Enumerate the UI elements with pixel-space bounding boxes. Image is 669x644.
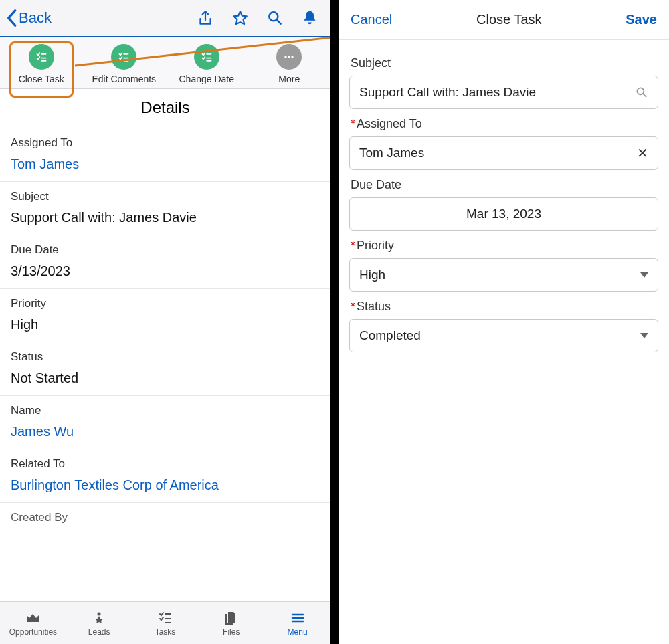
person-star-icon [91,610,107,626]
priority-value: High [359,267,385,282]
left-header: Back [0,0,330,37]
checklist-icon [194,44,219,70]
subject-input[interactable]: Support Call with: James Davie [349,76,658,109]
svg-point-2 [288,56,290,58]
field-label: Priority [11,297,320,310]
back-button[interactable]: Back [5,9,52,27]
back-label: Back [19,9,52,27]
nav-label: Opportunities [9,627,57,637]
field-label: Due Date [11,243,320,257]
field-subject: Subject Support Call with: James Davie [0,182,330,235]
header-icons [197,9,321,27]
nav-files[interactable]: Files [198,602,264,644]
status-select[interactable]: Completed [349,319,658,352]
field-value-link[interactable]: James Wu [11,424,320,439]
field-value: Not Started [11,370,320,386]
field-created-by: Created By [0,503,330,534]
checklist-icon [29,44,54,70]
cancel-button[interactable]: Cancel [351,12,392,27]
panel-divider [330,0,339,644]
field-label: Name [11,404,320,417]
nav-label: Menu [288,627,308,637]
nav-opportunities[interactable]: Opportunities [0,602,66,644]
action-label: Edit Comments [92,74,156,84]
bottom-nav: Opportunities Leads Tasks Files Menu [0,601,330,644]
checklist-icon [111,44,136,70]
priority-select[interactable]: High [349,258,658,292]
form-area: Subject Support Call with: James Davie *… [339,40,669,360]
field-value: Support Call with: James Davie [11,210,320,225]
share-icon[interactable] [197,9,214,27]
action-label: Change Date [179,74,234,84]
due-date-input[interactable]: Mar 13, 2023 [349,197,658,231]
svg-point-4 [98,612,101,615]
svg-point-1 [285,56,287,58]
action-more[interactable]: More [248,44,331,84]
chevron-down-icon [640,333,648,338]
status-value: Completed [359,328,421,343]
action-change-date[interactable]: Change Date [165,44,248,84]
left-panel: Back Close Task [0,0,330,644]
field-value-link[interactable]: Tom James [11,156,320,172]
right-header: Cancel Close Task Save [339,0,669,40]
search-icon [635,86,648,99]
chevron-down-icon [640,272,648,278]
files-icon [223,610,240,626]
page-title: Close Task [476,12,541,27]
field-label: Related To [11,457,320,471]
field-value-link[interactable]: Burlington Textiles Corp of America [11,477,320,493]
field-due-date: Due Date 3/13/2023 [0,235,330,289]
tasks-icon [157,610,173,626]
field-value: High [11,317,320,332]
star-icon[interactable] [231,9,249,27]
assigned-to-input[interactable]: Tom James ✕ [349,136,658,170]
field-label: Created By [11,511,320,524]
field-value: 3/13/2023 [11,263,320,279]
action-label: Close Task [19,74,64,84]
save-button[interactable]: Save [626,12,657,27]
crown-icon [25,610,41,626]
field-priority: Priority High [0,289,330,342]
right-panel: Cancel Close Task Save Subject Support C… [339,0,669,644]
chevron-left-icon [5,9,17,27]
status-label: *Status [351,300,658,314]
action-edit-comments[interactable]: Edit Comments [83,44,166,84]
nav-menu[interactable]: Menu [264,602,330,644]
field-label: Status [11,350,320,364]
field-label: Subject [11,190,320,203]
due-date-label: Due Date [351,178,658,192]
menu-icon [290,610,306,626]
assigned-to-label: *Assigned To [351,117,658,131]
action-label: More [278,74,300,84]
action-close-task[interactable]: Close Task [0,44,83,84]
due-date-value: Mar 13, 2023 [466,207,541,221]
field-related-to: Related To Burlington Textiles Corp of A… [0,449,330,503]
svg-point-3 [292,56,294,58]
more-icon [276,44,302,70]
field-label: Assigned To [11,136,320,150]
bell-icon[interactable] [301,9,318,27]
nav-label: Tasks [155,627,176,637]
field-name: Name James Wu [0,396,330,449]
nav-leads[interactable]: Leads [66,602,132,644]
nav-label: Leads [88,627,110,637]
subject-label: Subject [351,56,658,70]
field-status: Status Not Started [0,342,330,396]
field-assigned-to: Assigned To Tom James [0,128,330,182]
svg-point-6 [637,88,644,94]
action-bar: Close Task Edit Comments Change Date Mor… [0,37,330,89]
assigned-to-value: Tom James [359,146,424,160]
clear-icon[interactable]: ✕ [637,145,648,161]
subject-value: Support Call with: James Davie [359,85,536,100]
nav-tasks[interactable]: Tasks [132,602,199,644]
search-icon[interactable] [266,9,284,27]
nav-label: Files [223,627,240,637]
details-heading: Details [0,89,330,128]
priority-label: *Priority [351,239,658,253]
